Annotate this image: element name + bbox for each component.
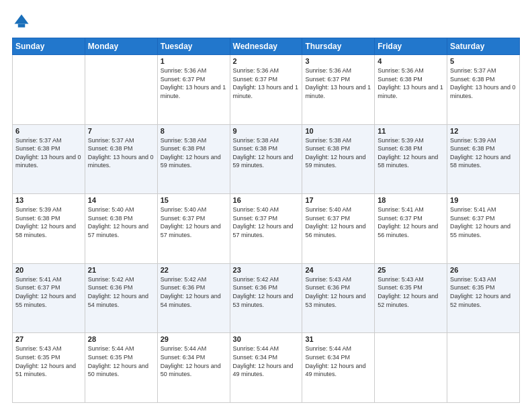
day-info: Sunrise: 5:41 AM Sunset: 6:37 PM Dayligh…	[15, 275, 82, 309]
calendar-cell: 16Sunrise: 5:40 AM Sunset: 6:37 PM Dayli…	[230, 194, 302, 264]
day-number: 4	[378, 57, 444, 65]
day-info: Sunrise: 5:36 AM Sunset: 6:37 PM Dayligh…	[233, 66, 300, 100]
day-info: Sunrise: 5:44 AM Sunset: 6:35 PM Dayligh…	[88, 345, 154, 378]
calendar-cell: 10Sunrise: 5:38 AM Sunset: 6:38 PM Dayli…	[302, 124, 375, 194]
calendar-cell: 6Sunrise: 5:37 AM Sunset: 6:38 PM Daylig…	[13, 124, 85, 194]
day-info: Sunrise: 5:44 AM Sunset: 6:34 PM Dayligh…	[233, 345, 300, 378]
day-number: 16	[233, 196, 300, 204]
day-number: 18	[378, 196, 444, 204]
calendar-cell: 29Sunrise: 5:44 AM Sunset: 6:34 PM Dayli…	[157, 333, 230, 403]
page: SundayMondayTuesdayWednesdayThursdayFrid…	[0, 0, 532, 411]
day-number: 26	[450, 266, 517, 274]
day-number: 2	[233, 57, 300, 65]
day-number: 20	[15, 266, 82, 274]
day-info: Sunrise: 5:43 AM Sunset: 6:35 PM Dayligh…	[15, 345, 82, 378]
calendar-cell: 12Sunrise: 5:39 AM Sunset: 6:38 PM Dayli…	[447, 124, 520, 194]
calendar-cell: 31Sunrise: 5:44 AM Sunset: 6:34 PM Dayli…	[302, 333, 375, 403]
day-number: 7	[88, 127, 154, 135]
svg-marker-0	[15, 15, 29, 24]
day-number: 12	[450, 127, 517, 135]
day-info: Sunrise: 5:42 AM Sunset: 6:36 PM Dayligh…	[161, 275, 227, 309]
calendar-cell: 3Sunrise: 5:36 AM Sunset: 6:37 PM Daylig…	[302, 55, 375, 125]
day-number: 23	[233, 266, 300, 274]
day-number: 15	[161, 196, 227, 204]
day-info: Sunrise: 5:38 AM Sunset: 6:38 PM Dayligh…	[305, 136, 371, 170]
day-info: Sunrise: 5:44 AM Sunset: 6:34 PM Dayligh…	[305, 345, 371, 378]
day-info: Sunrise: 5:37 AM Sunset: 6:38 PM Dayligh…	[450, 66, 517, 100]
day-number: 1	[161, 57, 227, 65]
day-info: Sunrise: 5:41 AM Sunset: 6:37 PM Dayligh…	[378, 205, 444, 239]
calendar-cell: 19Sunrise: 5:41 AM Sunset: 6:37 PM Dayli…	[447, 194, 520, 264]
day-info: Sunrise: 5:40 AM Sunset: 6:37 PM Dayligh…	[161, 205, 227, 239]
day-number: 30	[233, 335, 300, 343]
logo-icon	[12, 12, 31, 31]
day-info: Sunrise: 5:41 AM Sunset: 6:37 PM Dayligh…	[450, 205, 517, 239]
day-number: 25	[378, 266, 444, 274]
day-number: 3	[305, 57, 371, 65]
calendar-cell: 2Sunrise: 5:36 AM Sunset: 6:37 PM Daylig…	[230, 55, 302, 125]
calendar-cell: 14Sunrise: 5:40 AM Sunset: 6:38 PM Dayli…	[85, 194, 157, 264]
day-number: 5	[450, 57, 517, 65]
calendar-cell: 30Sunrise: 5:44 AM Sunset: 6:34 PM Dayli…	[230, 333, 302, 403]
svg-rect-1	[18, 24, 26, 28]
calendar-cell	[447, 333, 520, 403]
calendar-cell: 5Sunrise: 5:37 AM Sunset: 6:38 PM Daylig…	[447, 55, 520, 125]
day-info: Sunrise: 5:42 AM Sunset: 6:36 PM Dayligh…	[88, 275, 154, 309]
day-info: Sunrise: 5:37 AM Sunset: 6:38 PM Dayligh…	[15, 136, 82, 170]
day-number: 29	[161, 335, 227, 343]
day-number: 28	[88, 335, 154, 343]
calendar-cell: 28Sunrise: 5:44 AM Sunset: 6:35 PM Dayli…	[85, 333, 157, 403]
day-info: Sunrise: 5:40 AM Sunset: 6:38 PM Dayligh…	[88, 205, 154, 239]
day-number: 21	[88, 266, 154, 274]
calendar-header-sunday: Sunday	[13, 38, 85, 55]
calendar-cell	[13, 55, 85, 125]
day-number: 8	[161, 127, 227, 135]
calendar-cell: 17Sunrise: 5:40 AM Sunset: 6:37 PM Dayli…	[302, 194, 375, 264]
day-info: Sunrise: 5:40 AM Sunset: 6:37 PM Dayligh…	[233, 205, 300, 239]
day-number: 24	[305, 266, 371, 274]
calendar-table: SundayMondayTuesdayWednesdayThursdayFrid…	[12, 38, 520, 403]
calendar-cell: 15Sunrise: 5:40 AM Sunset: 6:37 PM Dayli…	[157, 194, 230, 264]
calendar-cell: 21Sunrise: 5:42 AM Sunset: 6:36 PM Dayli…	[85, 263, 157, 333]
calendar-cell: 25Sunrise: 5:43 AM Sunset: 6:35 PM Dayli…	[375, 263, 447, 333]
day-info: Sunrise: 5:43 AM Sunset: 6:35 PM Dayligh…	[378, 275, 444, 309]
calendar-header-thursday: Thursday	[302, 38, 375, 55]
calendar-cell	[85, 55, 157, 125]
calendar-week-2: 6Sunrise: 5:37 AM Sunset: 6:38 PM Daylig…	[13, 124, 520, 194]
calendar-header-tuesday: Tuesday	[157, 38, 230, 55]
calendar-cell: 26Sunrise: 5:43 AM Sunset: 6:35 PM Dayli…	[447, 263, 520, 333]
day-info: Sunrise: 5:44 AM Sunset: 6:34 PM Dayligh…	[161, 345, 227, 378]
day-number: 22	[161, 266, 227, 274]
calendar-cell: 22Sunrise: 5:42 AM Sunset: 6:36 PM Dayli…	[157, 263, 230, 333]
day-info: Sunrise: 5:38 AM Sunset: 6:38 PM Dayligh…	[161, 136, 227, 170]
calendar-week-3: 13Sunrise: 5:39 AM Sunset: 6:38 PM Dayli…	[13, 194, 520, 264]
calendar-cell: 7Sunrise: 5:37 AM Sunset: 6:38 PM Daylig…	[85, 124, 157, 194]
calendar-week-4: 20Sunrise: 5:41 AM Sunset: 6:37 PM Dayli…	[13, 263, 520, 333]
day-number: 10	[305, 127, 371, 135]
calendar-header-saturday: Saturday	[447, 38, 520, 55]
day-number: 27	[15, 335, 82, 343]
calendar-week-5: 27Sunrise: 5:43 AM Sunset: 6:35 PM Dayli…	[13, 333, 520, 403]
calendar-cell: 23Sunrise: 5:42 AM Sunset: 6:36 PM Dayli…	[230, 263, 302, 333]
day-info: Sunrise: 5:39 AM Sunset: 6:38 PM Dayligh…	[15, 205, 82, 239]
calendar-header-row: SundayMondayTuesdayWednesdayThursdayFrid…	[13, 38, 520, 55]
day-info: Sunrise: 5:38 AM Sunset: 6:38 PM Dayligh…	[233, 136, 300, 170]
day-info: Sunrise: 5:42 AM Sunset: 6:36 PM Dayligh…	[233, 275, 300, 309]
calendar-cell: 24Sunrise: 5:43 AM Sunset: 6:36 PM Dayli…	[302, 263, 375, 333]
calendar-cell: 13Sunrise: 5:39 AM Sunset: 6:38 PM Dayli…	[13, 194, 85, 264]
calendar-cell: 4Sunrise: 5:36 AM Sunset: 6:38 PM Daylig…	[375, 55, 447, 125]
calendar-header-friday: Friday	[375, 38, 447, 55]
day-info: Sunrise: 5:36 AM Sunset: 6:37 PM Dayligh…	[161, 66, 227, 100]
day-number: 11	[378, 127, 444, 135]
calendar-cell	[375, 333, 447, 403]
calendar-cell: 1Sunrise: 5:36 AM Sunset: 6:37 PM Daylig…	[157, 55, 230, 125]
header	[12, 12, 520, 31]
day-number: 13	[15, 196, 82, 204]
day-info: Sunrise: 5:43 AM Sunset: 6:36 PM Dayligh…	[305, 275, 371, 309]
calendar-header-wednesday: Wednesday	[230, 38, 302, 55]
day-number: 9	[233, 127, 300, 135]
day-number: 17	[305, 196, 371, 204]
logo	[12, 12, 34, 31]
day-number: 6	[15, 127, 82, 135]
calendar-cell: 27Sunrise: 5:43 AM Sunset: 6:35 PM Dayli…	[13, 333, 85, 403]
